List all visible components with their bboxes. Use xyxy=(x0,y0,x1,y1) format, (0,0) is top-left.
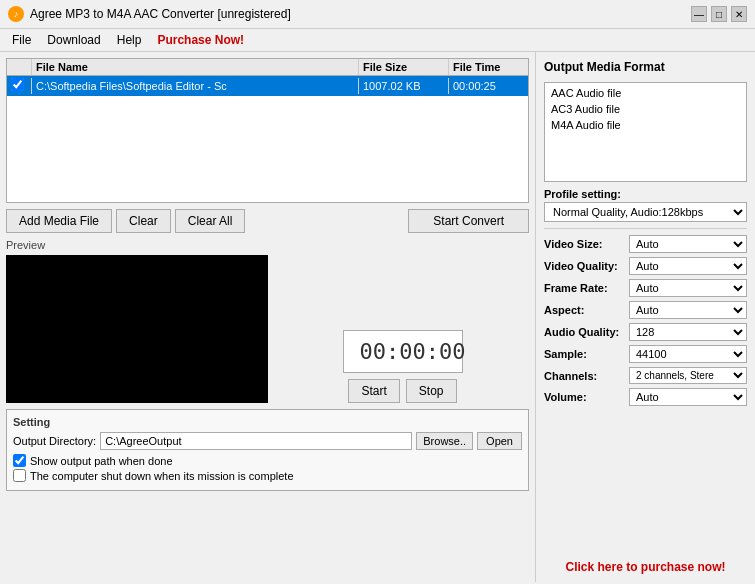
video-size-select[interactable]: Auto xyxy=(629,235,747,253)
shutdown-checkbox[interactable] xyxy=(13,469,26,482)
aspect-label: Aspect: xyxy=(544,304,629,316)
audio-quality-label: Audio Quality: xyxy=(544,326,629,338)
video-quality-label: Video Quality: xyxy=(544,260,629,272)
add-media-file-button[interactable]: Add Media File xyxy=(6,209,112,233)
main-content: File Name File Size File Time C:\Softped… xyxy=(0,52,755,582)
setting-section: Setting Output Directory: Browse.. Open … xyxy=(6,409,529,491)
row-filetime: 00:00:25 xyxy=(448,78,528,94)
menu-bar: File Download Help Purchase Now! xyxy=(0,29,755,52)
video-quality-select[interactable]: Auto xyxy=(629,257,747,275)
start-convert-button[interactable]: Start Convert xyxy=(408,209,529,233)
maximize-button[interactable]: □ xyxy=(711,6,727,22)
channels-row: Channels: 2 channels, Stere xyxy=(544,367,747,384)
table-row[interactable]: C:\Softpedia Files\Softpedia Editor - Sc… xyxy=(7,76,528,96)
start-button[interactable]: Start xyxy=(348,379,399,403)
video-size-row: Video Size: Auto xyxy=(544,235,747,253)
frame-rate-select[interactable]: Auto xyxy=(629,279,747,297)
output-dir-input[interactable] xyxy=(100,432,412,450)
preview-area: 00:00:00 Start Stop xyxy=(6,255,529,403)
video-quality-row: Video Quality: Auto xyxy=(544,257,747,275)
clear-button[interactable]: Clear xyxy=(116,209,171,233)
menu-file[interactable]: File xyxy=(4,31,39,49)
purchase-link[interactable]: Click here to purchase now! xyxy=(544,560,747,574)
output-format-title: Output Media Format xyxy=(544,60,747,74)
window-controls: — □ ✕ xyxy=(691,6,747,22)
audio-quality-row: Audio Quality: 128 xyxy=(544,323,747,341)
minimize-button[interactable]: — xyxy=(691,6,707,22)
frame-rate-row: Frame Rate: Auto xyxy=(544,279,747,297)
preview-video xyxy=(6,255,268,403)
col-name-header: File Name xyxy=(31,59,358,75)
output-dir-label: Output Directory: xyxy=(13,435,96,447)
format-aac[interactable]: AAC Audio file xyxy=(547,85,744,101)
format-m4a[interactable]: M4A Audio file xyxy=(547,117,744,133)
row-checkbox[interactable] xyxy=(7,76,31,96)
frame-rate-label: Frame Rate: xyxy=(544,282,629,294)
divider xyxy=(544,228,747,229)
playback-buttons: Start Stop xyxy=(348,379,456,403)
preview-section: Preview 00:00:00 Start Stop xyxy=(6,239,529,403)
table-header: File Name File Size File Time xyxy=(7,59,528,76)
shutdown-label: The computer shut down when its mission … xyxy=(30,470,294,482)
open-button[interactable]: Open xyxy=(477,432,522,450)
menu-purchase[interactable]: Purchase Now! xyxy=(149,31,252,49)
format-ac3[interactable]: AC3 Audio file xyxy=(547,101,744,117)
col-time-header: File Time xyxy=(448,59,528,75)
right-panel: Output Media Format AAC Audio file AC3 A… xyxy=(535,52,755,582)
time-display: 00:00:00 xyxy=(343,330,463,373)
preview-label: Preview xyxy=(6,239,529,251)
audio-quality-select[interactable]: 128 xyxy=(629,323,747,341)
video-size-label: Video Size: xyxy=(544,238,629,250)
sample-select[interactable]: 44100 xyxy=(629,345,747,363)
show-output-path-checkbox[interactable] xyxy=(13,454,26,467)
close-button[interactable]: ✕ xyxy=(731,6,747,22)
output-dir-row: Output Directory: Browse.. Open xyxy=(13,432,522,450)
show-output-path-row: Show output path when done xyxy=(13,454,522,467)
volume-row: Volume: Auto xyxy=(544,388,747,406)
button-row: Add Media File Clear Clear All Start Con… xyxy=(6,209,529,233)
row-filesize: 1007.02 KB xyxy=(358,78,448,94)
profile-section: Profile setting: Normal Quality, Audio:1… xyxy=(544,188,747,222)
title-bar: ♪ Agree MP3 to M4A AAC Converter [unregi… xyxy=(0,0,755,29)
volume-select[interactable]: Auto xyxy=(629,388,747,406)
setting-title: Setting xyxy=(13,416,522,428)
app-icon: ♪ xyxy=(8,6,24,22)
aspect-select[interactable]: Auto xyxy=(629,301,747,319)
file-table: File Name File Size File Time C:\Softped… xyxy=(6,58,529,203)
volume-label: Volume: xyxy=(544,391,629,403)
browse-button[interactable]: Browse.. xyxy=(416,432,473,450)
settings-grid: Video Size: Auto Video Quality: Auto Fra… xyxy=(544,235,747,406)
profile-setting-label: Profile setting: xyxy=(544,188,747,200)
row-filename: C:\Softpedia Files\Softpedia Editor - Sc xyxy=(31,78,358,94)
left-panel: File Name File Size File Time C:\Softped… xyxy=(0,52,535,582)
stop-button[interactable]: Stop xyxy=(406,379,457,403)
channels-select[interactable]: 2 channels, Stere xyxy=(629,367,747,384)
menu-help[interactable]: Help xyxy=(109,31,150,49)
shutdown-row: The computer shut down when its mission … xyxy=(13,469,522,482)
sample-label: Sample: xyxy=(544,348,629,360)
show-output-path-label: Show output path when done xyxy=(30,455,173,467)
sample-row: Sample: 44100 xyxy=(544,345,747,363)
window-title: Agree MP3 to M4A AAC Converter [unregist… xyxy=(30,7,291,21)
format-list: AAC Audio file AC3 Audio file M4A Audio … xyxy=(544,82,747,182)
col-check-header xyxy=(7,59,31,75)
col-size-header: File Size xyxy=(358,59,448,75)
clear-all-button[interactable]: Clear All xyxy=(175,209,246,233)
channels-label: Channels: xyxy=(544,370,629,382)
profile-select[interactable]: Normal Quality, Audio:128kbps xyxy=(544,202,747,222)
menu-download[interactable]: Download xyxy=(39,31,108,49)
aspect-row: Aspect: Auto xyxy=(544,301,747,319)
preview-controls: 00:00:00 Start Stop xyxy=(276,255,529,403)
